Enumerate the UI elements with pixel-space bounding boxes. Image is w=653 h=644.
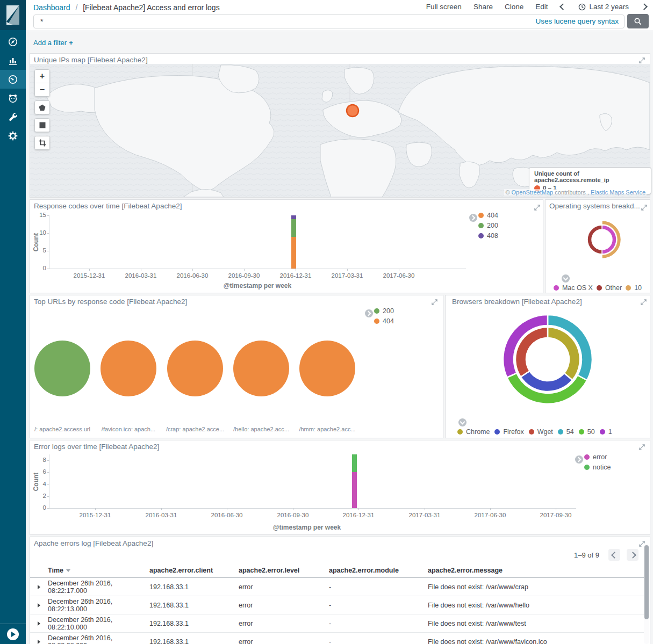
- legend-item-error[interactable]: error: [584, 453, 611, 461]
- scrollbar-thumb[interactable]: [644, 545, 649, 619]
- legend-item-notice[interactable]: notice: [584, 464, 611, 471]
- time-back-button[interactable]: [559, 3, 566, 10]
- map-attribution: © OpenStreetMap contributors , Elastic M…: [504, 189, 647, 196]
- expand-panel-button[interactable]: [638, 443, 645, 453]
- sidebar-item-management[interactable]: [0, 126, 26, 145]
- map-marker[interactable]: [347, 105, 358, 117]
- kibana-logo-icon: [0, 0, 26, 30]
- table-cell: File does not exist: /var/www/hello: [428, 602, 644, 609]
- response-codes-chart[interactable]: 0510152015-12-312016-03-312016-06-302016…: [49, 215, 466, 269]
- map-zoom-out-button[interactable]: −: [35, 83, 49, 96]
- row-expand-cell[interactable]: [30, 585, 48, 589]
- elastic-maps-service-link[interactable]: Elastic Maps Service: [591, 189, 645, 196]
- expand-panel-button[interactable]: [641, 204, 648, 213]
- legend-toggle-button[interactable]: [365, 309, 373, 317]
- sidebar-item-dev-tools[interactable]: [0, 107, 26, 126]
- legend-toggle-button[interactable]: [575, 455, 583, 464]
- pie-slice-404[interactable]: [101, 341, 156, 396]
- legend-toggle-button[interactable]: [458, 418, 467, 426]
- table-row[interactable]: December 26th 2016, 08:22:08.000192.168.…: [30, 633, 644, 644]
- expand-panel-button[interactable]: [638, 540, 645, 549]
- donut-segment-Other[interactable]: [587, 225, 602, 254]
- legend-item-Other[interactable]: Other: [597, 284, 622, 292]
- pie-slice-200[interactable]: [34, 341, 90, 396]
- bar-segment-404[interactable]: [291, 237, 296, 269]
- legend-item-Wget[interactable]: Wget: [529, 428, 553, 436]
- map-draw-rectangle-button[interactable]: [35, 119, 49, 132]
- legend-item-200[interactable]: 200: [478, 222, 498, 229]
- pagination-prev-button[interactable]: [608, 549, 620, 561]
- legend-item-404[interactable]: 404: [478, 212, 498, 219]
- table-row[interactable]: December 26th 2016, 08:22:10.000192.168.…: [30, 614, 644, 633]
- edit-button[interactable]: Edit: [535, 3, 548, 11]
- kibana-logo[interactable]: [0, 0, 26, 30]
- map-draw-polygon-button[interactable]: [35, 101, 49, 114]
- legend-item-50[interactable]: 50: [579, 428, 595, 436]
- query-input[interactable]: * Uses lucene query syntax: [33, 15, 625, 28]
- sidebar-item-discover[interactable]: [0, 32, 26, 51]
- pie-slice-404[interactable]: [233, 341, 289, 396]
- search-button[interactable]: [627, 14, 649, 28]
- clone-button[interactable]: Clone: [505, 3, 523, 11]
- expand-panel-button[interactable]: [638, 56, 645, 66]
- panel-error-logs: Error logs over time [Filebeat Apache2] …: [30, 440, 650, 535]
- map-zoom-in-button[interactable]: +: [35, 70, 49, 83]
- pagination-next-button[interactable]: [627, 549, 638, 561]
- map-controls: + −: [34, 69, 50, 154]
- legend-item-10[interactable]: 10: [626, 284, 642, 292]
- table-row[interactable]: December 26th 2016, 08:22:13.000192.168.…: [30, 596, 644, 614]
- legend-item-Mac OS X[interactable]: Mac OS X: [554, 284, 593, 292]
- column-header-apache2-error-level[interactable]: apache2.error.level: [239, 567, 329, 574]
- sidebar-item-timelion[interactable]: [0, 89, 26, 107]
- legend-item-1[interactable]: 1: [600, 428, 612, 436]
- column-header-apache2-error-module[interactable]: apache2.error.module: [329, 567, 428, 574]
- y-axis-tick-label: 4: [32, 481, 46, 487]
- breadcrumb: Dashboard / [Filebeat Apache2] Access an…: [33, 3, 220, 12]
- map-fit-bounds-button[interactable]: [35, 136, 49, 149]
- expand-panel-button[interactable]: [640, 298, 647, 308]
- legend-item-408[interactable]: 408: [478, 232, 498, 240]
- legend-item-Firefox[interactable]: Firefox: [494, 428, 523, 436]
- legend-item-54[interactable]: 54: [558, 428, 574, 436]
- share-button[interactable]: Share: [473, 3, 493, 11]
- legend-item-Chrome[interactable]: Chrome: [457, 428, 490, 436]
- bar-segment-408[interactable]: [291, 215, 296, 219]
- table-row[interactable]: December 26th 2016, 08:22:17.000192.168.…: [30, 578, 644, 596]
- column-header-label: apache2.error.level: [239, 567, 299, 574]
- y-axis-tick-label: 0: [32, 265, 46, 271]
- x-axis-tick: [293, 508, 293, 510]
- full-screen-button[interactable]: Full screen: [426, 3, 462, 11]
- expand-panel-button[interactable]: [431, 298, 438, 308]
- table-cell: -: [329, 602, 428, 609]
- bar-segment-200[interactable]: [291, 219, 296, 237]
- legend-dot: [457, 429, 463, 435]
- time-picker[interactable]: Last 2 years: [578, 3, 629, 11]
- time-forward-button[interactable]: [641, 3, 648, 10]
- sidebar-collapse-button[interactable]: [7, 628, 19, 640]
- row-expand-cell[interactable]: [30, 603, 48, 607]
- y-axis-tick-label: 10: [32, 229, 46, 236]
- expand-panel-button[interactable]: [534, 204, 541, 213]
- legend-item-200[interactable]: 200: [374, 307, 394, 315]
- row-expand-cell[interactable]: [30, 640, 48, 644]
- column-header-time[interactable]: Time: [48, 567, 149, 574]
- column-header-apache2-error-client[interactable]: apache2.error.client: [149, 567, 239, 574]
- legend-item-404[interactable]: 404: [374, 317, 394, 325]
- add-filter-link[interactable]: Add a filter+: [33, 39, 73, 47]
- bar-segment-error[interactable]: [352, 472, 357, 508]
- pie-slice-404[interactable]: [167, 341, 223, 396]
- sidebar-item-dashboard[interactable]: [0, 70, 26, 89]
- breadcrumb-dashboard-link[interactable]: Dashboard: [33, 3, 70, 12]
- row-expand-cell[interactable]: [30, 621, 48, 626]
- legend-toggle-button[interactable]: [469, 214, 477, 222]
- error-logs-chart[interactable]: 024682015-12-312016-03-312016-06-302016-…: [49, 454, 576, 509]
- sidebar-item-visualize[interactable]: [0, 51, 26, 70]
- legend-toggle-button[interactable]: [562, 274, 570, 283]
- openstreetmap-link[interactable]: OpenStreetMap: [512, 189, 554, 196]
- bar-segment-notice[interactable]: [352, 454, 357, 472]
- lucene-syntax-link[interactable]: Uses lucene query syntax: [535, 17, 619, 25]
- table-scrollbar[interactable]: [644, 544, 649, 644]
- column-header-apache2-error-message[interactable]: apache2.error.message: [428, 567, 644, 574]
- pie-slice-404[interactable]: [299, 341, 355, 396]
- y-axis-tick-label: 6: [32, 468, 46, 475]
